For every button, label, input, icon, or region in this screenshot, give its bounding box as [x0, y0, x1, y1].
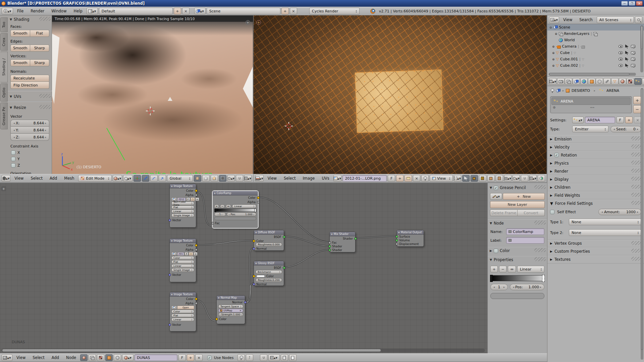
- renderable-camera-icon[interactable]: [631, 64, 635, 67]
- visibility-eye-icon[interactable]: [619, 45, 623, 48]
- shelf-tab-options[interactable]: Optio: [0, 83, 8, 102]
- panel-force-field-settings[interactable]: ▼Force Field Settings: [547, 199, 644, 207]
- node-pin-button[interactable]: [237, 354, 245, 361]
- socket-bsdf-out[interactable]: [283, 266, 285, 269]
- uvs-panel-header[interactable]: ▼UVs: [8, 93, 52, 101]
- socket-bsdf-out[interactable]: [283, 236, 285, 238]
- outliner-row-scene[interactable]: ⊖ Scene: [547, 24, 644, 31]
- ramp-stop-index[interactable]: ◂ 1 ▸: [214, 213, 226, 216]
- renderable-camera-icon[interactable]: [631, 51, 635, 54]
- uv-face-select-button[interactable]: [487, 175, 495, 182]
- tab-constraints[interactable]: [596, 78, 603, 85]
- node-image-texture-1[interactable]: ▼Image Texture Color Alpha 2012 F × Non-…: [169, 184, 196, 228]
- uv-edge-select-button[interactable]: [479, 175, 486, 182]
- panel-vertex-groups[interactable]: ▶Vertex Groups: [547, 239, 644, 247]
- settings-browse-button[interactable]: *﹡▴▾: [572, 117, 584, 123]
- node-editor-hscrollbar[interactable]: [2, 349, 485, 352]
- visibility-eye-icon[interactable]: [619, 51, 623, 54]
- shelf-tab-tools[interactable]: Too: [0, 17, 8, 32]
- add-layout-button[interactable]: +: [174, 8, 181, 14]
- rotation-checkbox[interactable]: ✓: [554, 153, 559, 157]
- outliner-search-button[interactable]: [635, 16, 642, 23]
- socket-vector-in[interactable]: [168, 219, 171, 222]
- node-normal-map[interactable]: ▼Normal Map Normal Tangent Space▴▾ UVMap…: [216, 295, 245, 324]
- copy-nodes-button[interactable]: [281, 354, 288, 361]
- unlink-image-button[interactable]: ×: [195, 197, 199, 201]
- socket-color-out[interactable]: [257, 196, 260, 199]
- roughness-field[interactable]: Roughness:0.000: [256, 243, 282, 246]
- new-layer-button[interactable]: New Layer: [490, 201, 545, 208]
- glossy-color-swatch[interactable]: [256, 275, 265, 278]
- uv-snap-button[interactable]: ▴▾: [504, 175, 512, 182]
- seed-field[interactable]: ◂Seed:0▸: [610, 126, 641, 132]
- renderable-camera-icon[interactable]: [631, 58, 635, 61]
- socket-color-in[interactable]: [253, 275, 255, 278]
- constraint-x-checkbox[interactable]: [11, 150, 15, 155]
- selectable-cursor-icon[interactable]: [625, 57, 629, 61]
- add-scene-button[interactable]: +: [281, 8, 289, 14]
- snap-button[interactable]: ∩: [236, 175, 243, 182]
- material-fake-user-button[interactable]: F: [178, 354, 186, 361]
- ramp-panel-add-button[interactable]: +: [490, 266, 498, 273]
- socket-shader-out[interactable]: [354, 237, 357, 240]
- uv-menu-select[interactable]: Select: [281, 174, 299, 183]
- shader-nodes-button[interactable]: [80, 354, 88, 361]
- face-select-button[interactable]: [211, 175, 218, 182]
- uv-pivot-select[interactable]: View▴▾: [430, 175, 453, 182]
- socket-shader1-in[interactable]: [328, 245, 331, 248]
- node-editor[interactable]: ▼Image Texture Color Alpha 2012 F × Non-…: [0, 183, 547, 354]
- viewport-menu-select[interactable]: Select: [28, 174, 45, 183]
- socket-color-in[interactable]: [253, 240, 255, 242]
- color-panel-header[interactable]: ▶Color: [488, 247, 547, 255]
- viewport-editor-type-button[interactable]: ▴▾: [2, 175, 10, 182]
- edges-sharp-button[interactable]: Sharp: [30, 45, 50, 52]
- outliner-editor-type-button[interactable]: ▴▾: [549, 16, 559, 23]
- viewport-menu-mesh[interactable]: Mesh: [61, 174, 77, 183]
- ramp-flip-button[interactable]: ↔: [226, 204, 231, 208]
- image-browse-button[interactable]: [171, 252, 177, 256]
- faces-smooth-button[interactable]: Smooth: [10, 30, 30, 37]
- uv-menu-uvs[interactable]: UVs: [319, 174, 332, 183]
- resize-panel-header[interactable]: ▼Resize: [8, 104, 52, 112]
- uv-vertex-select-button[interactable]: [471, 175, 478, 182]
- outliner-row-world[interactable]: World: [547, 37, 644, 43]
- flip-direction-button[interactable]: Flip Direction: [10, 82, 49, 89]
- open-button[interactable]: Open: [177, 306, 194, 309]
- delete-scene-button[interactable]: ×: [290, 8, 297, 14]
- node-colorramp[interactable]: ▼ColorRamp Color Alpha + − ↔ Linear▴▾ ◂ …: [212, 191, 258, 228]
- socket-normal-out[interactable]: [244, 301, 247, 304]
- uv-draw-other-button[interactable]: [538, 175, 545, 182]
- tab-texture[interactable]: [627, 78, 634, 85]
- uv-menu-view[interactable]: View: [265, 174, 280, 183]
- render-engine-select[interactable]: Cycles Render▴▾: [309, 8, 360, 14]
- socket-shader2-in[interactable]: [328, 249, 331, 251]
- fake-user-button[interactable]: F: [184, 252, 189, 256]
- selectable-cursor-icon[interactable]: [625, 64, 629, 68]
- interpolation-select[interactable]: Linear▴▾: [171, 264, 194, 268]
- outliner-row-cube002[interactable]: ⊕ ▽ Cube.002 | ▽: [547, 62, 644, 69]
- socket-alpha-out[interactable]: [195, 302, 198, 305]
- outliner-menu-search[interactable]: Search: [576, 15, 596, 24]
- particle-system-add-button[interactable]: +: [633, 96, 641, 104]
- material-browse-button[interactable]: ▴▾: [122, 354, 133, 361]
- render-opengl-button[interactable]: ▴▾: [244, 175, 252, 182]
- node-menu-view[interactable]: View: [13, 353, 29, 362]
- menu-file[interactable]: File: [14, 7, 26, 15]
- ramp-stop-right[interactable]: [254, 208, 256, 212]
- ramp-add-stop-button[interactable]: +: [214, 204, 219, 208]
- color-space-select[interactable]: Color▴▾: [171, 310, 194, 313]
- node-diffuse-bsdf[interactable]: ▼Diffuse BSDF BSDF Color Roughness:0.000…: [254, 230, 284, 251]
- outliner-hscrollbar[interactable]: [549, 73, 636, 76]
- uv-sync-select-button[interactable]: ▴▾: [454, 175, 461, 182]
- panel-rotation[interactable]: ▶✓Rotation: [547, 151, 644, 159]
- vector-z-field[interactable]: ◂Z:8.644▸: [10, 134, 49, 141]
- outliner-row-camera[interactable]: ⊕ Camera |: [547, 43, 644, 50]
- interpolation-select[interactable]: Linear▴▾: [171, 318, 194, 321]
- tab-object-data[interactable]: ▽: [611, 78, 619, 85]
- recalculate-button[interactable]: Recalculate: [10, 75, 49, 82]
- shading-panel-header[interactable]: ▼Shading: [8, 15, 52, 23]
- tab-object[interactable]: [588, 78, 595, 85]
- uv-snap-magnet-button[interactable]: ∩: [521, 175, 528, 182]
- uv-editor-type-button[interactable]: ▴▾: [255, 175, 264, 182]
- use-nodes-checkbox[interactable]: ✓: [207, 356, 212, 360]
